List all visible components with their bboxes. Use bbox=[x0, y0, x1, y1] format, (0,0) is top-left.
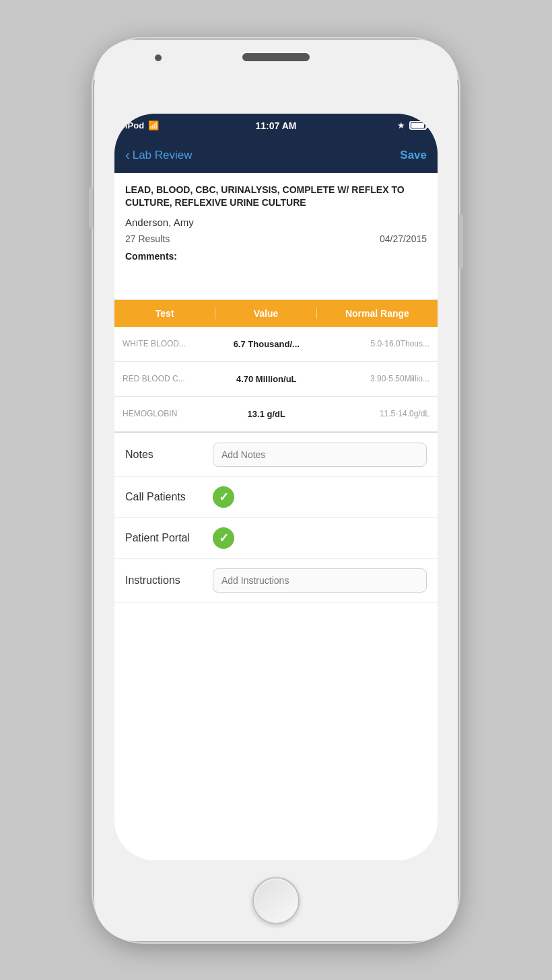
test-range-2: 3.90-5.50Millio... bbox=[314, 374, 435, 383]
test-value-3: 13.1 g/dL bbox=[219, 409, 315, 419]
instructions-input[interactable] bbox=[213, 568, 427, 593]
home-button[interactable] bbox=[252, 877, 300, 924]
test-name-2: RED BLOOD C... bbox=[117, 374, 219, 383]
wifi-icon: 📶 bbox=[148, 120, 159, 130]
instructions-label: Instructions bbox=[125, 574, 213, 587]
screen-content: iPod 📶 11:07 AM ★ ‹ Lab Review Save bbox=[114, 114, 438, 860]
instructions-row: Instructions bbox=[114, 559, 438, 603]
back-chevron-icon: ‹ bbox=[125, 147, 130, 163]
table-row: WHITE BLOOD... 6.7 Thousand/... 5.0-16.0… bbox=[114, 327, 438, 362]
patient-portal-label: Patient Portal bbox=[125, 532, 213, 544]
test-range-1: 5.0-16.0Thous... bbox=[314, 339, 435, 348]
results-count: 27 Results bbox=[125, 233, 170, 244]
main-content: LEAD, BLOOD, CBC, URINALYSIS, COMPLETE W… bbox=[114, 173, 438, 860]
actions-section: Notes Call Patients ✓ Patient Portal ✓ bbox=[114, 432, 438, 603]
notes-label: Notes bbox=[125, 449, 213, 461]
speaker-bar bbox=[242, 53, 310, 61]
table-row: HEMOGLOBIN 13.1 g/dL 11.5-14.0g/dL bbox=[114, 397, 438, 432]
phone-bottom bbox=[94, 860, 458, 941]
back-label: Lab Review bbox=[133, 149, 193, 162]
phone-top bbox=[94, 40, 458, 80]
status-time: 11:07 AM bbox=[256, 120, 297, 131]
col-header-test: Test bbox=[114, 308, 215, 319]
patient-name: Anderson, Amy bbox=[125, 217, 427, 228]
table-header: Test Value Normal Range bbox=[114, 300, 438, 327]
test-value-2: 4.70 Million/uL bbox=[219, 374, 315, 384]
patient-info-section: LEAD, BLOOD, CBC, URINALYSIS, COMPLETE W… bbox=[114, 173, 438, 300]
call-patients-checkbox[interactable]: ✓ bbox=[213, 486, 234, 508]
status-left: iPod 📶 bbox=[125, 120, 159, 130]
lab-title: LEAD, BLOOD, CBC, URINALYSIS, COMPLETE W… bbox=[125, 184, 427, 210]
camera-dot bbox=[155, 54, 162, 61]
status-bar: iPod 📶 11:07 AM ★ bbox=[114, 114, 438, 138]
col-header-range: Normal Range bbox=[317, 308, 438, 319]
lab-date: 04/27/2015 bbox=[380, 233, 427, 244]
notes-input[interactable] bbox=[213, 443, 427, 467]
back-button[interactable]: ‹ Lab Review bbox=[125, 147, 193, 163]
status-right: ★ bbox=[397, 120, 427, 130]
phone-screen: iPod 📶 11:07 AM ★ ‹ Lab Review Save bbox=[114, 114, 438, 860]
test-name-3: HEMOGLOBIN bbox=[117, 409, 219, 418]
call-patients-label: Call Patients bbox=[125, 491, 213, 503]
notes-row: Notes bbox=[114, 433, 438, 477]
patient-portal-checkbox[interactable]: ✓ bbox=[213, 527, 234, 549]
table-rows: WHITE BLOOD... 6.7 Thousand/... 5.0-16.0… bbox=[114, 327, 438, 432]
table-row: RED BLOOD C... 4.70 Million/uL 3.90-5.50… bbox=[114, 362, 438, 397]
col-header-value: Value bbox=[215, 308, 316, 319]
bluetooth-icon: ★ bbox=[397, 120, 405, 130]
test-name-1: WHITE BLOOD... bbox=[117, 339, 219, 348]
save-button[interactable]: Save bbox=[400, 149, 427, 162]
carrier-label: iPod bbox=[125, 120, 144, 130]
test-value-1: 6.7 Thousand/... bbox=[219, 339, 315, 349]
battery-fill bbox=[411, 123, 424, 128]
comments-label: Comments: bbox=[125, 251, 427, 262]
phone-device: iPod 📶 11:07 AM ★ ‹ Lab Review Save bbox=[94, 40, 458, 941]
patient-meta: 27 Results 04/27/2015 bbox=[125, 233, 427, 244]
battery-icon bbox=[409, 121, 427, 130]
call-patients-row: Call Patients ✓ bbox=[114, 477, 438, 518]
nav-bar: ‹ Lab Review Save bbox=[114, 138, 438, 173]
test-range-3: 11.5-14.0g/dL bbox=[314, 409, 435, 418]
patient-portal-row: Patient Portal ✓ bbox=[114, 518, 438, 559]
